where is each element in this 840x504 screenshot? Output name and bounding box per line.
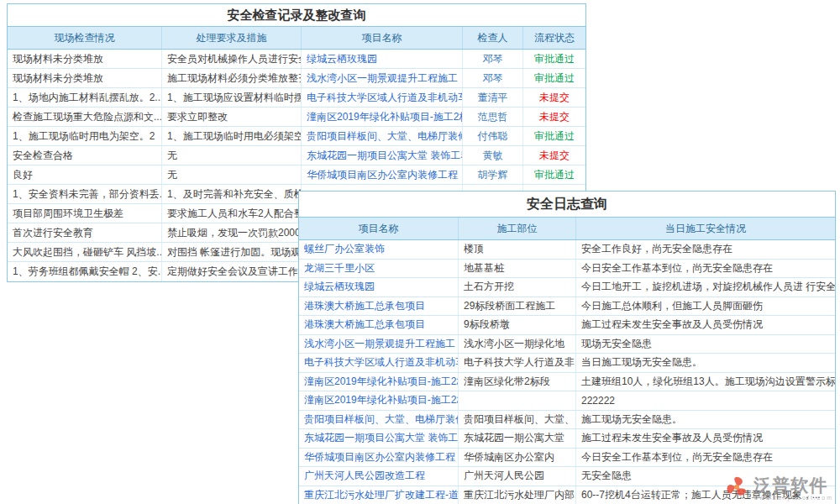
- inspection-row: 良好无华侨城项目南区办公室内装修工程胡学辉审批通过: [8, 165, 585, 185]
- project-link[interactable]: 螺丝厂办公室装饰: [299, 240, 459, 259]
- inspection-situation-cell: 首次进行安全教育: [8, 223, 162, 242]
- inspection-measure-cell: 禁止吸烟，发现一次罚款2000...: [162, 223, 302, 242]
- daily-safety-cell: 安全工作良好，尚无安全隐患存在: [576, 240, 835, 259]
- log-table-body: 螺丝厂办公室装饰楼顶安全工作良好，尚无安全隐患存在龙湖三千里小区地基基桩今日安全…: [299, 240, 835, 504]
- inspection-situation-cell: 现场材料未分类堆放: [8, 50, 162, 68]
- daily-safety-cell: 今日工地开工，旋挖机进场，对旋挖机械作人员进 行安全技术...: [576, 278, 835, 297]
- log-table-header: 项目名称施工部位当日施工安全情况: [299, 218, 835, 240]
- construction-part-cell: 东城花园一期公寓大堂: [459, 429, 576, 448]
- fanpu-caption: www.fanpusoft.com: [753, 495, 833, 501]
- inspector-name: 邓琴: [463, 50, 523, 68]
- inspection-row: 安全检查合格无东城花园一期项目公寓大堂 装饰工程黄敏未提交: [8, 146, 585, 165]
- daily-safety-cell: 当日施工现场无安全隐患。: [576, 354, 835, 372]
- construction-part-cell: 电子科技大学人行道及非...: [459, 354, 576, 372]
- project-link[interactable]: 电子科技大学区域人行道及非机动车道工程: [302, 88, 463, 107]
- inspection-situation-cell: 项目部周围环境卫生极差: [8, 204, 162, 223]
- project-link[interactable]: 浅水湾小区一期景观提升工程施工: [299, 335, 459, 354]
- construction-part-cell: 贵阳项目样板间、大堂、...: [459, 411, 576, 429]
- inspection-measure-cell: 定期做好安全会议及宣讲工作: [162, 262, 302, 281]
- project-link[interactable]: 潼南区2019年绿化补贴项目-施工2标段: [299, 391, 459, 410]
- inspection-row: 检查施工现场重大危险点源和文...要求立即整改潼南区2019年绿化补贴项目-施工…: [8, 108, 585, 127]
- inspector-name: 范思哲: [463, 108, 523, 126]
- project-link[interactable]: 广州天河人民公园改造工程: [299, 467, 459, 486]
- daily-safety-cell: 222222: [576, 391, 835, 410]
- construction-part-cell: 华侨城南区办公室内: [459, 449, 576, 467]
- status-badge: 未提交: [523, 108, 585, 126]
- status-badge: 审批通过: [523, 69, 585, 87]
- inspection-situation-cell: 1、劳务班组都佩戴安全帽 2、安...: [8, 262, 162, 281]
- project-link[interactable]: 贵阳项目样板间、大堂、电梯厅装修工程: [302, 127, 463, 145]
- inspection-measure-cell: 要求立即整改: [162, 108, 302, 126]
- log-col-header: 项目名称: [299, 218, 459, 239]
- project-link[interactable]: 龙湖三千里小区: [299, 260, 459, 278]
- inspection-row: 现场材料未分类堆放施工现场材料必须分类堆放整齐...浅水湾小区一期景观提升工程施…: [8, 69, 585, 88]
- project-link[interactable]: 港珠澳大桥施工总承包项目: [299, 297, 459, 316]
- project-link[interactable]: 东城花园一期项目公寓大堂 装饰工程: [299, 429, 459, 448]
- status-badge: 未提交: [523, 88, 585, 107]
- inspection-situation-cell: 现场材料未分类堆放: [8, 69, 162, 87]
- project-link[interactable]: 浅水湾小区一期景观提升工程施工: [302, 69, 463, 87]
- daily-safety-cell: 今日安全工作基本到位，尚无安全隐患存在: [576, 260, 835, 278]
- fanpu-brand: 泛普软件: [753, 476, 833, 495]
- status-badge: 审批通过: [523, 127, 585, 145]
- project-link[interactable]: 绿城云栖玫瑰园: [302, 50, 463, 68]
- inspector-name: 邓琴: [463, 69, 523, 87]
- status-badge: 未提交: [523, 146, 585, 165]
- fanpu-watermark-text: 泛普软件 www.fanpusoft.com: [753, 476, 833, 501]
- daily-safety-cell: 施工过程未发生安全事故及人员受伤情况: [576, 316, 835, 334]
- project-link[interactable]: 华侨城项目南区办公室内装修工程: [302, 165, 463, 184]
- inspection-measure-cell: 1、及时完善和补充安全、质检...: [162, 185, 302, 203]
- inspection-situation-cell: 安全检查合格: [8, 146, 162, 165]
- project-link[interactable]: 东城花园一期项目公寓大堂 装饰工程: [302, 146, 463, 165]
- fanpu-watermark: 泛普软件 www.fanpusoft.com: [724, 475, 833, 502]
- log-col-header: 当日施工安全情况: [576, 218, 835, 239]
- construction-part-cell: 9标段桥墩: [459, 316, 576, 334]
- construction-part-cell: 楼顶: [459, 240, 576, 259]
- inspector-name: 付伟聪: [463, 127, 523, 145]
- inspection-measure-cell: 安全员对机械操作人员进行安全...: [162, 50, 302, 68]
- inspection-measure-cell: 要求施工人员和水车2人配合整...: [162, 204, 302, 223]
- log-col-header: 施工部位: [459, 218, 576, 239]
- inspection-measure-cell: 无: [162, 146, 302, 165]
- log-panel-title: 安全日志查询: [299, 192, 835, 218]
- project-link[interactable]: 贵阳项目样板间、大堂、电梯厅装修工程: [299, 411, 459, 429]
- inspector-name: 胡学辉: [463, 165, 523, 184]
- inspection-col-header: 流程状态: [523, 27, 585, 49]
- inspection-situation-cell: 良好: [8, 165, 162, 184]
- project-link[interactable]: 重庆江北污水处理厂扩改建工程-道路修复: [299, 486, 459, 504]
- inspection-col-header: 现场检查情况: [8, 27, 162, 49]
- inspection-situation-cell: 1、安全资料未完善，部分资料丢...: [8, 185, 162, 203]
- log-row: 电子科技大学区域人行道及非机动车道工程电子科技大学人行道及非...当日施工现场无…: [299, 354, 835, 373]
- inspector-name: 董清平: [463, 88, 523, 107]
- project-link[interactable]: 潼南区2019年绿化补贴项目-施工2标段: [302, 108, 463, 126]
- project-link[interactable]: 绿城云栖玫瑰园: [299, 278, 459, 297]
- daily-safety-cell: 现场无安全隐患: [576, 335, 835, 354]
- log-row: 潼南区2019年绿化补贴项目-施工2标段222222: [299, 391, 835, 411]
- construction-part-cell: 广州天河人民公园: [459, 467, 576, 486]
- daily-safety-cell: 施工现场无安全隐患。: [576, 411, 835, 429]
- inspection-row: 1、场地内施工材料乱摆乱放。2...1、施工现场应设置材料临时摆...电子科技大…: [8, 88, 585, 108]
- inspection-situation-cell: 检查施工现场重大危险点源和文...: [8, 108, 162, 126]
- inspection-measure-cell: 1、施工现场应设置材料临时摆...: [162, 88, 302, 107]
- inspection-col-header: 检查人: [463, 27, 523, 49]
- daily-safety-cell: 土建班组10人，绿化班组13人。施工现场沟边设置警示标识，...: [576, 373, 835, 391]
- project-link[interactable]: 港珠澳大桥施工总承包项目: [299, 316, 459, 334]
- project-link[interactable]: 电子科技大学区域人行道及非机动车道工程: [299, 354, 459, 372]
- log-query-panel: 安全日志查询 项目名称施工部位当日施工安全情况 螺丝厂办公室装饰楼顶安全工作良好…: [298, 191, 836, 504]
- log-row: 华侨城项目南区办公室内装修工程华侨城南区办公室内今日安全工作基本到位，尚无安全隐…: [299, 449, 835, 468]
- log-row: 绿城云栖玫瑰园土石方开挖今日工地开工，旋挖机进场，对旋挖机械作人员进 行安全技术…: [299, 278, 835, 297]
- fanpu-logo-icon: [724, 475, 749, 502]
- construction-part-cell: 地基基桩: [459, 260, 576, 278]
- inspection-measure-cell: 对围挡 帐篷进行加固。现场观...: [162, 243, 302, 261]
- construction-part-cell: 29标段桥面工程施工: [459, 297, 576, 316]
- log-row: 潼南区2019年绿化补贴项目-施工2标段潼南区绿化带2标段土建班组10人，绿化班…: [299, 373, 835, 392]
- log-row: 浅水湾小区一期景观提升工程施工浅水湾小区一期绿化地现场无安全隐患: [299, 335, 835, 354]
- log-row: 东城花园一期项目公寓大堂 装饰工程东城花园一期公寓大堂施工过程未发生安全事故及人…: [299, 429, 835, 449]
- inspector-name: 黄敏: [463, 146, 523, 165]
- inspection-table-header: 现场检查情况处理要求及措施项目名称检查人流程状态: [8, 27, 585, 50]
- project-link[interactable]: 潼南区2019年绿化补贴项目-施工2标段: [299, 373, 459, 391]
- inspection-situation-cell: 1、施工现场临时用电为架空。2: [8, 127, 162, 145]
- log-row: 港珠澳大桥施工总承包项目29标段桥面工程施工今日施工总体顺利，但施工人员脚面砸伤: [299, 297, 835, 317]
- construction-part-cell: 潼南区绿化带2标段: [459, 373, 576, 391]
- project-link[interactable]: 华侨城项目南区办公室内装修工程: [299, 449, 459, 467]
